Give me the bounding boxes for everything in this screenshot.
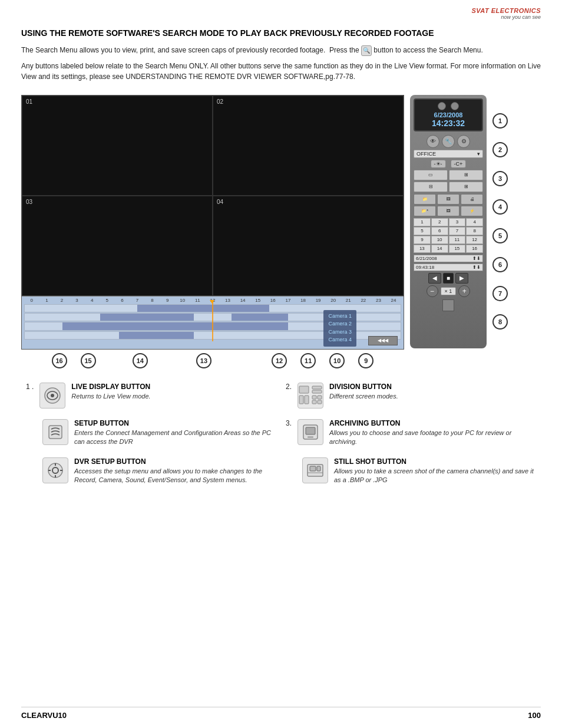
remote-quad-btn[interactable]: ⊞ [449, 170, 483, 180]
remote-num-7[interactable]: 7 [449, 227, 466, 235]
svg-rect-23 [310, 466, 316, 471]
remote-9split-btn[interactable]: ⊟ [414, 182, 448, 192]
feature-item-live-display: 1 . LIVE DISPLAY BUTTON Returns to Live … [26, 383, 276, 409]
remote-stillshot-btn[interactable]: 🖼 [437, 194, 459, 205]
timeline-area: 0 1 2 3 4 5 6 7 8 9 10 1 [22, 296, 404, 349]
dvr-setup-title: DVR SETUP BUTTON [74, 457, 276, 466]
remote-num-1[interactable]: 1 [414, 218, 431, 226]
remote-num-8[interactable]: 8 [466, 227, 483, 235]
archiving-icon [297, 419, 323, 445]
feature-text-division: DIVISION BUTTON Different screen modes. [329, 383, 536, 401]
video-cell-3: 03 [22, 196, 213, 296]
division-title: DIVISION BUTTON [329, 383, 536, 391]
live-display-desc: Returns to Live View mode. [71, 392, 276, 401]
page-title: USING THE REMOTE SOFTWARE'S SEARCH MODE … [21, 28, 541, 38]
remote-brightness-btn[interactable]: -☀- [431, 160, 446, 168]
ann-circle-4: 4 [492, 199, 508, 215]
remote-dvr-setup-btn[interactable]: ⚙ [457, 135, 470, 148]
remote-num-12[interactable]: 12 [466, 236, 483, 244]
ann-circle-5: 5 [492, 228, 508, 243]
remote-play-btn[interactable]: ▶ [455, 273, 468, 284]
remote-num-3[interactable]: 3 [449, 218, 466, 226]
remote-contrast-btn[interactable]: -C+ [451, 160, 467, 168]
stillshot-title: STILL SHOT BUTTON [334, 457, 536, 466]
remote-icons-row: 👁 🔧 ⚙ [414, 135, 483, 148]
dvr-setup-desc: Accesses the setup menu and allows you t… [74, 467, 276, 485]
remote-zoom-out-btn[interactable]: − [427, 285, 438, 297]
svg-rect-13 [299, 396, 303, 404]
stillshot-icon [302, 457, 328, 483]
remote-setup-btn[interactable]: 🔧 [442, 135, 455, 148]
remote-time-input[interactable]: 09:43:18 ⬆⬇ [414, 263, 483, 271]
feature-item-setup: SETUP BUTTON Enters the Connect Manageme… [26, 419, 276, 447]
screenshot-wrapper: 01 02 03 04 [21, 95, 508, 368]
ann-circle-16: 16 [52, 353, 67, 368]
setup-icon [42, 419, 68, 445]
remote-print-btn[interactable]: 🖨 [461, 194, 483, 205]
ann-circle-6: 6 [492, 257, 508, 272]
remote-archive-btn[interactable]: 📁 [414, 194, 436, 205]
body-text-2: Any buttons labeled below relate to the … [21, 61, 541, 82]
svg-rect-18 [318, 400, 322, 404]
ann-circle-7: 7 [492, 286, 508, 301]
remote-num-11[interactable]: 11 [449, 236, 466, 244]
remote-stop-btn[interactable]: ■ [443, 273, 454, 284]
svg-rect-15 [312, 396, 316, 399]
remote-adjust-row: -☀- -C+ [414, 160, 483, 168]
brand-header: SVAT ELECTRONICS now you can see [471, 7, 541, 20]
setup-title: SETUP BUTTON [74, 419, 276, 427]
ann-circle-9: 9 [358, 353, 373, 368]
ann-circle-14: 14 [133, 353, 148, 368]
remote-live-btn[interactable]: 👁 [427, 135, 439, 148]
remote-num-14[interactable]: 14 [431, 245, 448, 253]
feature-text-stillshot: STILL SHOT BUTTON Allows you to take a s… [334, 457, 536, 485]
footer-model: CLEARVU10 [21, 711, 67, 720]
remote-func4-btn[interactable]: ⚡ [461, 206, 483, 216]
remote-location-dropdown[interactable]: OFFICE ▾ [414, 150, 483, 158]
remote-single-btn[interactable]: ▭ [414, 170, 448, 180]
video-cell-4: 04 [213, 196, 404, 296]
remote-func3-btn[interactable]: 🖼 [437, 206, 459, 216]
right-annotations: 1 2 3 4 5 6 7 8 [492, 95, 508, 348]
feature-col-left: 1 . LIVE DISPLAY BUTTON Returns to Live … [21, 383, 281, 496]
remote-num-4[interactable]: 4 [466, 218, 483, 226]
feature-item-dvr-setup: DVR SETUP BUTTON Accesses the setup menu… [26, 457, 276, 485]
remote-layout-grid: ▭ ⊞ ⊟ ⊞ [414, 170, 483, 192]
remote-16split-btn[interactable]: ⊞ [449, 182, 483, 192]
brand-name: SVAT ELECTRONICS [471, 7, 541, 14]
remote-numpad: 1 2 3 4 5 6 7 8 9 10 11 12 13 [414, 218, 483, 253]
remote-num-5[interactable]: 5 [414, 227, 431, 235]
remote-num-2[interactable]: 2 [431, 218, 448, 226]
archiving-desc: Allows you to choose and save footage to… [329, 429, 536, 447]
remote-func-grid: 📁 🖼 🖨 📁* 🖼 ⚡ [414, 194, 483, 216]
features-section: 1 . LIVE DISPLAY BUTTON Returns to Live … [21, 383, 541, 496]
ann-circle-3: 3 [492, 171, 508, 186]
remote-rewind-btn[interactable]: ◀ [428, 273, 441, 284]
setup-desc: Enters the Connect Management and Config… [74, 429, 276, 447]
remote-num-9[interactable]: 9 [414, 236, 431, 244]
svg-rect-21 [308, 436, 313, 438]
remote-num-13[interactable]: 13 [414, 245, 431, 253]
remote-zoom-row: − × 1 + [414, 285, 483, 297]
remote-screen: 6/23/2008 14:23:32 [414, 98, 483, 131]
feature-text-setup: SETUP BUTTON Enters the Connect Manageme… [74, 419, 276, 447]
feature-item-stillshot: STILL SHOT BUTTON Allows you to take a s… [286, 457, 536, 485]
remote-zoom-in-btn[interactable]: + [458, 285, 470, 297]
remote-date-input[interactable]: 6/21/2008 ⬆⬇ [414, 255, 483, 262]
remote-time: 14:23:32 [417, 118, 480, 128]
ann-circle-2: 2 [492, 142, 508, 157]
remote-num-16[interactable]: 16 [466, 245, 483, 253]
remote-num-6[interactable]: 6 [431, 227, 448, 235]
remote-num-15[interactable]: 15 [449, 245, 466, 253]
live-display-title: LIVE DISPLAY BUTTON [71, 383, 276, 391]
remote-func2-btn[interactable]: 📁* [414, 206, 436, 216]
feature-text-dvr-setup: DVR SETUP BUTTON Accesses the setup menu… [74, 457, 276, 485]
dvr-screen-area: 01 02 03 04 [21, 95, 404, 350]
ann-circle-12: 12 [272, 353, 287, 368]
camera-list: Camera 1 Camera 2 Camera 3 Camera 4 [323, 310, 356, 347]
svg-rect-17 [312, 400, 316, 404]
remote-num-10[interactable]: 10 [431, 236, 448, 244]
division-desc: Different screen modes. [329, 392, 536, 401]
feature-text-live-display: LIVE DISPLAY BUTTON Returns to Live View… [71, 383, 276, 401]
video-grid: 01 02 03 04 [22, 95, 404, 296]
